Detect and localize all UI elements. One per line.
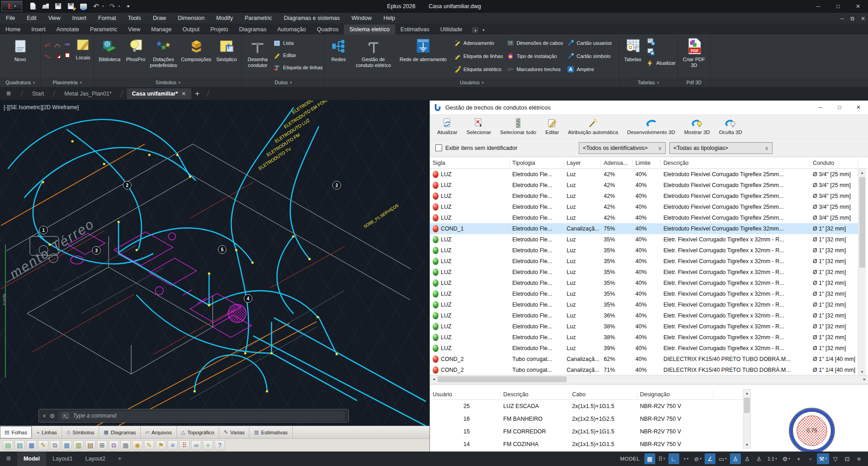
ribbon-collapse-dropdown[interactable]: ▾ xyxy=(480,27,486,33)
command-input[interactable]: >_ Type a command xyxy=(58,411,345,421)
desenvolvimento-3d-button[interactable]: Desenvolvimento 3D xyxy=(627,118,675,135)
open-sheet-button[interactable]: ▤ xyxy=(14,440,25,451)
table-button[interactable]: ⊞ xyxy=(97,440,107,451)
users-table-row[interactable]: 14FM COZINHA2x(1x1.5)+1G1.5NBR-R2V 750 V xyxy=(433,438,743,451)
dimensoes-cabos-button[interactable]: Dimensões de cabos xyxy=(506,37,563,49)
users-table-row[interactable]: 15FM CORREDOR2x(1x1.5)+1G1.5NBR-R2V 750 … xyxy=(433,425,743,438)
table-add-icon[interactable] xyxy=(646,37,655,46)
ribbon-tab-sistema-eletrico[interactable]: Sistema eletrico xyxy=(344,24,395,34)
crosshair-button[interactable]: + xyxy=(203,440,213,451)
maximize-button[interactable]: □ xyxy=(828,0,848,12)
table-row[interactable]: LUZEletroduto Fle...Luz35%40%Eletr. Flex… xyxy=(430,278,858,288)
atualizar-tabelas-button[interactable]: Atualizar xyxy=(646,57,676,69)
table-horizontal-scrollbar[interactable]: ◄ ► xyxy=(430,375,868,383)
table-row[interactable]: LUZEletroduto Fle...Luz42%40%Eletroduto … xyxy=(430,212,858,223)
users-column-descri-o[interactable]: Descrição xyxy=(501,390,569,398)
scale-toggle[interactable]: 1:1▾ xyxy=(765,453,779,464)
book-button[interactable]: ▤ xyxy=(85,440,95,451)
selecionar-tudo-button[interactable]: Selecionar tudo xyxy=(500,118,536,135)
redo-dropdown[interactable]: ▾ xyxy=(119,5,120,8)
criar-pdf-3d-button[interactable]: PDF Criar PDF 3D xyxy=(681,37,708,68)
grid-toggle[interactable]: ▦ xyxy=(644,453,655,464)
editar-button[interactable]: Editar xyxy=(545,118,559,135)
ribbon-tab-projeto[interactable]: Projeto xyxy=(205,24,234,34)
users-column-designa-o[interactable]: Designação xyxy=(637,390,713,398)
rect-tool-icon[interactable] xyxy=(64,52,72,59)
dim-tool-icon[interactable] xyxy=(64,41,72,48)
viewport-controls-label[interactable]: [-][SE Isometric][2D Wireframe] xyxy=(4,104,79,110)
isometric-drafting-toggle[interactable]: ⊘▾ xyxy=(692,453,704,464)
autoscale-toggle[interactable]: ♙ xyxy=(742,453,753,464)
sheet-set-button[interactable]: ▥ xyxy=(73,440,84,451)
hatch-tool-icon[interactable] xyxy=(44,41,52,48)
units-toggle[interactable]: ▫ xyxy=(805,453,816,464)
menu-insert[interactable]: Insert xyxy=(67,13,92,24)
etiqueta-sintetico-button[interactable]: Etiqueta sintético xyxy=(453,63,503,75)
doc-tabs-menu-icon[interactable]: ≡ xyxy=(0,89,17,98)
doc-tab-start[interactable]: Start xyxy=(27,88,49,99)
group-planimetria[interactable]: Planimetria▾ xyxy=(41,78,94,87)
customization-toggle[interactable]: ⚒▾ xyxy=(817,453,829,464)
print-button[interactable] xyxy=(79,2,88,10)
panel-tab-topogr-fico[interactable]: △Topográfico xyxy=(177,426,219,438)
menu-dimension[interactable]: Dimension xyxy=(172,13,210,24)
crosshair-toggle[interactable]: + xyxy=(793,453,804,464)
rede-aterramento-button[interactable]: Rede de aterramento xyxy=(396,37,450,62)
bind-button[interactable]: ⧉ xyxy=(109,440,119,451)
menu-parametric[interactable]: Parametric xyxy=(239,13,278,24)
triangle-tool-icon[interactable] xyxy=(54,52,62,59)
close-tab-icon[interactable]: ✕ xyxy=(181,91,186,97)
column-header-limite[interactable]: Limite xyxy=(633,159,661,167)
table-row[interactable]: COND_2Tubo corrugat...Canalizaçã...71%40… xyxy=(430,365,858,375)
menu-tools[interactable]: Tools xyxy=(122,13,147,24)
snap-mode-toggle[interactable]: ⠿▾ xyxy=(656,453,668,464)
phospro-button[interactable]: PhosPro xyxy=(124,37,147,62)
novo-button[interactable]: Novo xyxy=(6,37,35,62)
close-command-icon[interactable]: × xyxy=(43,413,46,419)
etiqueta-de-linhas-button[interactable]: Etiqueta de linhas xyxy=(273,62,323,73)
etiqueta-linhas-button[interactable]: Etiqueta de linhas xyxy=(453,50,503,62)
ortho-toggle[interactable]: ∟ xyxy=(668,453,679,464)
identifiers-dropdown[interactable]: <Todos os identificativos>∨ xyxy=(579,142,666,154)
dots-button[interactable]: ⠿ xyxy=(179,440,190,451)
ampere-button[interactable]: A Ampère xyxy=(567,63,612,75)
ribbon-tab-diagramas[interactable]: Diagramas xyxy=(234,24,272,34)
doc-close-button[interactable]: ✕ xyxy=(861,15,865,22)
table-vertical-scrollbar[interactable]: ▲ ▼ xyxy=(858,169,866,375)
annotation-visibility-toggle[interactable]: ♙ xyxy=(730,453,741,464)
menu-modify[interactable]: Modify xyxy=(210,13,239,24)
annotation-scale-toggle[interactable]: ♙ xyxy=(754,453,764,464)
redo-button[interactable]: ↷ xyxy=(108,2,117,10)
spline-tool-icon[interactable] xyxy=(44,52,52,59)
biblioteca-button[interactable]: Biblioteca xyxy=(96,37,123,62)
group-tabelas[interactable]: Tabelas▾ xyxy=(619,78,677,87)
sinoptico-button[interactable]: Sinóptico xyxy=(214,37,240,62)
group-quadratura[interactable]: Quadratura▾ xyxy=(0,78,40,87)
marcadores-trechos-button[interactable]: Marcadores trechos xyxy=(506,63,563,75)
users-column-cabo[interactable]: Cabo xyxy=(569,390,637,398)
panel-tab-diagramas[interactable]: ▦Diagramas xyxy=(99,426,141,438)
layout-tab-layout1[interactable]: Layout1 xyxy=(46,452,79,466)
doc-restore-button[interactable]: ⧉ xyxy=(850,15,854,22)
menu-window[interactable]: Window xyxy=(346,13,377,24)
menu-view[interactable]: View xyxy=(43,13,67,24)
undo-dropdown[interactable]: ▾ xyxy=(102,5,104,8)
table-row[interactable]: LUZEletroduto Fle...Luz35%40%Eletr. Flex… xyxy=(430,299,858,310)
gestao-conduto-button[interactable]: Gestão de conduto elétrico xyxy=(354,37,393,68)
users-column-usu-rio[interactable]: Usuário xyxy=(433,390,501,398)
close-button[interactable]: ✕ xyxy=(848,0,868,12)
new-file-button[interactable] xyxy=(29,2,37,10)
ribbon-tab-utilidade[interactable]: Utilidade xyxy=(435,24,468,34)
dotacoes-button[interactable]: ★★★ Dotações predefinidos xyxy=(148,37,179,68)
layers-button[interactable]: ≡ xyxy=(167,440,178,451)
qat-customize-button[interactable]: ▾̶ xyxy=(124,2,133,10)
grid-button[interactable]: ▦ xyxy=(120,440,131,451)
table-row[interactable]: COND_2Tubo corrugat...Canalizaçã...62%40… xyxy=(430,354,858,365)
column-header-conduto[interactable]: Conduto xyxy=(810,159,858,167)
table-row[interactable]: LUZEletroduto Fle...Luz35%40%Eletr. Flex… xyxy=(430,245,858,256)
arc-tool-icon[interactable] xyxy=(54,41,62,48)
open-file-button[interactable] xyxy=(41,2,50,10)
composicoes-button[interactable]: Composições xyxy=(180,37,212,62)
save-sheet-button[interactable]: ▦ xyxy=(26,440,37,451)
oculta-3d-button[interactable]: Oculta 3D xyxy=(719,118,742,135)
